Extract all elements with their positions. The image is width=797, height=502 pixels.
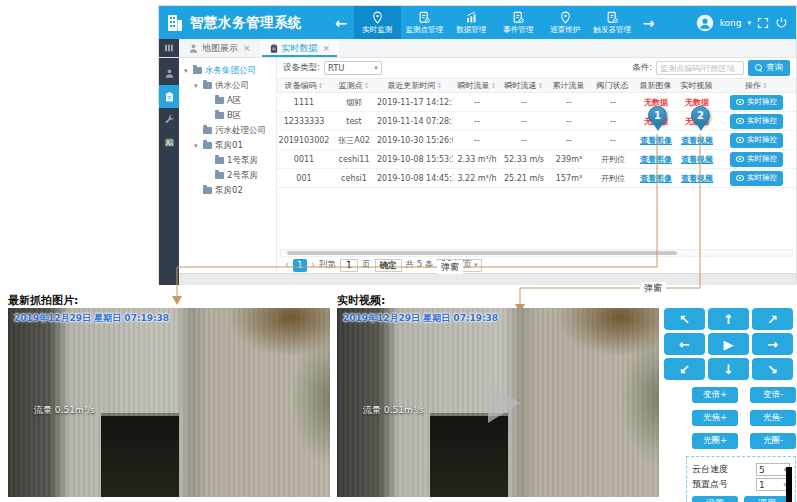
close-icon[interactable]: × [243,43,251,53]
tree-item[interactable]: 2号泵房 [179,168,276,183]
ptz-direction-button[interactable]: ▶ [708,333,749,355]
sort-icon[interactable]: ↕ [538,82,544,90]
column-header[interactable]: 阀门状态 [591,80,635,91]
nav-item[interactable]: 巡查维护 [542,6,589,39]
tree-item[interactable]: ▾ 水务集团公司 [179,63,276,78]
scrollbar-thumb[interactable] [287,251,677,255]
table-row[interactable]: 1111 烟郭 2019-11-17 14:12:19 -- -- -- -- … [277,93,796,112]
nav-item[interactable]: 数据管理 [448,6,495,39]
ptz-minus-button[interactable]: 光圈- [750,433,796,449]
prev-page-button[interactable]: ‹ [285,260,289,270]
table-row[interactable]: 0011 ceshi11 2019-10-08 15:53:59 2.33 m³… [277,150,796,169]
rail-item[interactable] [159,62,179,85]
ptz-direction-button[interactable]: ↖ [664,308,705,330]
tree-item[interactable]: 污水处理公司 [179,123,276,138]
fullscreen-icon[interactable] [757,17,769,29]
nav-next-icon[interactable]: → [643,15,655,31]
ptz-direction-button[interactable]: ↘ [752,358,793,380]
ptz-direction-button[interactable]: ↑ [708,308,749,330]
ptz-direction-button[interactable]: ← [664,333,705,355]
ptz-plus-button[interactable]: 光圈+ [692,433,738,449]
goto-page-input[interactable] [340,259,358,272]
realtime-control-button[interactable]: 实时操控 [730,171,783,186]
arrow-down-icon [172,296,182,305]
power-icon[interactable] [775,16,788,29]
tree-item[interactable]: A区 [179,93,276,108]
view-image-link[interactable]: 查看图像 [640,174,672,183]
ptz-speed-select[interactable]: 5 ▾ [756,463,790,476]
nav-item[interactable]: 监测点管理 [401,6,448,39]
ptz-plus-button[interactable]: 光焦+ [692,410,738,426]
column-header[interactable]: 累计流量 [547,80,591,91]
realtime-control-button[interactable]: 实时操控 [730,133,783,148]
sort-icon[interactable]: ↕ [364,82,370,90]
nav-item-label: 实时监测 [362,25,392,35]
rail-item[interactable] [159,131,179,154]
tree-item[interactable]: ▾ 泵房01 [179,138,276,153]
realtime-control-button[interactable]: 实时操控 [730,114,783,129]
ptz-call-button[interactable]: 调用 [744,496,790,502]
tab[interactable]: 地图展示 × [179,39,260,57]
play-icon[interactable] [488,383,520,423]
column-header[interactable]: 瞬时流量 ↕ [453,80,501,91]
tree-item[interactable]: ▾ 供水公司 [179,78,276,93]
folder-icon [203,127,212,134]
next-page-button[interactable]: › [311,260,315,270]
close-icon[interactable]: × [323,43,331,53]
ptz-minus-button[interactable]: 光焦- [750,410,796,426]
column-header[interactable]: 瞬时流速 ↕ [501,80,547,91]
table-row[interactable]: 001 cehsi1 2019-10-08 14:45:37 3.22 m³/h… [277,169,796,188]
column-header[interactable]: 操作 ↕ [717,80,796,91]
sort-icon[interactable]: ↕ [762,82,768,90]
column-header[interactable]: 设备编码 ↕ [277,80,331,91]
page-number-button[interactable]: 1 [293,259,307,272]
view-video-link[interactable]: 查看视频 [681,174,713,183]
view-image-link[interactable]: 查看图像 [640,136,672,145]
table-row[interactable]: 2019103002 张三A02 2019-10-30 15:26:09 -- … [277,131,796,150]
tree-item[interactable]: 1号泵房 [179,153,276,168]
column-header[interactable]: 监测点 ↕ [331,80,377,91]
rail-item[interactable] [159,85,179,108]
search-button[interactable]: 查询 [748,60,790,76]
condition-input[interactable] [656,61,744,75]
nav-item[interactable]: 事件管理 [495,6,542,39]
view-video-link[interactable]: 查看视频 [681,136,713,145]
column-header[interactable]: 最近更新时间 ↕ [377,80,453,91]
cell-valve-status: -- [591,117,635,126]
ptz-direction-button[interactable]: ↗ [752,308,793,330]
view-video-link[interactable]: 无数据 [685,98,709,107]
realtime-control-button[interactable]: 实时操控 [730,152,783,167]
sort-icon[interactable]: ↕ [491,82,497,90]
horizontal-scrollbar[interactable] [280,249,793,257]
ptz-plus-button[interactable]: 变倍+ [692,387,738,403]
ptz-direction-button[interactable]: ↓ [708,358,749,380]
cell-device-code: 12333333 [277,117,331,126]
realtime-control-label: 实时操控 [747,173,777,183]
tree-item[interactable]: B区 [179,108,276,123]
sort-icon[interactable]: ↕ [437,82,443,90]
rail-item[interactable] [159,108,179,131]
tree-item[interactable]: 泵房02 [179,183,276,198]
ptz-minus-button[interactable]: 变倍- [750,387,796,403]
goto-confirm-button[interactable]: 确定 [375,259,402,272]
view-image-link[interactable]: 查看图像 [640,155,672,164]
nav-item[interactable]: 实时监测 [354,6,401,39]
nav-prev-icon[interactable]: ← [335,15,347,31]
view-video-link[interactable]: 查看视频 [681,155,713,164]
device-type-select[interactable]: RTU ▾ [324,61,382,75]
table-row[interactable]: 12333333 test 2019-11-14 07:28:12 -- -- … [277,112,796,131]
ptz-preset-select[interactable]: 1 ▾ [756,478,790,491]
sort-icon[interactable]: ↕ [318,82,324,90]
user-name[interactable]: kong [720,18,742,28]
chevron-down-icon[interactable]: ▾ [747,19,751,27]
collapse-sidebar-button[interactable] [159,39,179,57]
nav-item[interactable]: 触发器管理 [589,6,636,39]
ptz-direction-button[interactable]: → [752,333,793,355]
avatar[interactable] [696,14,714,32]
column-header[interactable]: 最新图像 [635,80,677,91]
realtime-control-button[interactable]: 实时操控 [730,95,783,110]
ptz-direction-button[interactable]: ↙ [664,358,705,380]
column-header[interactable]: 实时视频 [677,80,717,91]
tab[interactable]: 实时数据 × [260,39,340,57]
ptz-set-button[interactable]: 设置 [692,496,738,502]
